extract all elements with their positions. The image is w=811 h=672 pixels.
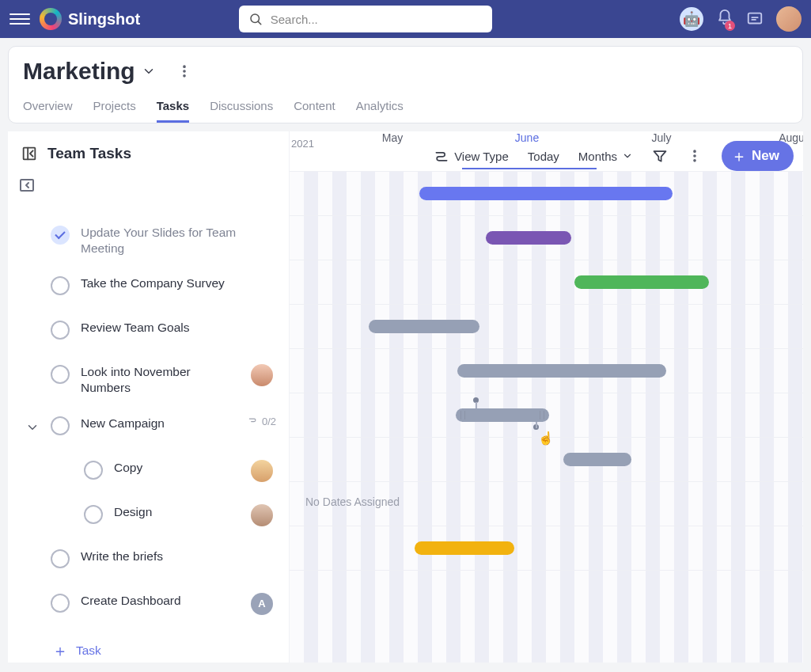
- task-row[interactable]: Update Your Slides for Team Meeting: [8, 215, 289, 266]
- filter-icon[interactable]: [652, 148, 668, 164]
- gantt-bar[interactable]: [415, 541, 514, 555]
- chevron-down-icon[interactable]: [142, 64, 156, 78]
- task-checkbox[interactable]: [84, 505, 103, 524]
- chat-icon[interactable]: [746, 10, 764, 28]
- tab-content[interactable]: Content: [294, 99, 335, 123]
- add-task-button[interactable]: ＋Task: [8, 628, 289, 663]
- task-checkbox[interactable]: [51, 416, 70, 435]
- view-type-button[interactable]: View Type: [434, 148, 509, 164]
- tab-overview[interactable]: Overview: [23, 99, 73, 123]
- task-label: Write the briefs: [81, 549, 276, 564]
- gantt-inner[interactable]: 2021MayJuneJulyAugust☝No Dates Assigned: [290, 131, 803, 663]
- bot-avatar-icon[interactable]: 🤖: [680, 7, 703, 31]
- today-button[interactable]: Today: [528, 150, 559, 163]
- plus-icon: ＋: [52, 640, 68, 662]
- user-avatar[interactable]: [776, 6, 802, 32]
- search-box[interactable]: [239, 6, 492, 32]
- pane-toolbar-left: Team Tasks: [8, 131, 289, 176]
- gantt-row-sep: [290, 260, 803, 260]
- back-icon[interactable]: [21, 145, 38, 162]
- workspace-tabs: OverviewProjectsTasksDiscussionsContentA…: [23, 99, 788, 123]
- chevron-down-icon: [622, 150, 633, 161]
- gantt-row-sep: [290, 348, 803, 349]
- gantt-bar[interactable]: [369, 320, 479, 333]
- search-icon: [248, 12, 263, 26]
- gantt-chart: 2021MayJuneJulyAugust☝No Dates Assigned: [289, 131, 803, 663]
- more-icon[interactable]: [176, 63, 192, 79]
- task-checkbox[interactable]: [51, 365, 70, 384]
- view-type-label: View Type: [454, 150, 509, 163]
- topbar-right: 🤖 1: [680, 6, 802, 32]
- gantt-month[interactable]: May: [369, 131, 416, 144]
- gantt-year: 2021: [291, 138, 314, 150]
- dependency-line: [476, 402, 477, 408]
- no-dates-label: No Dates Assigned: [305, 495, 400, 508]
- task-checkbox[interactable]: [51, 276, 70, 295]
- tab-projects[interactable]: Projects: [93, 99, 136, 123]
- task-row[interactable]: New Campaign0/2: [8, 406, 289, 450]
- assignee-avatar[interactable]: [251, 364, 273, 386]
- task-checkbox[interactable]: [51, 549, 70, 568]
- task-sidebar: Team Tasks Update Your Slides for Team M…: [8, 131, 289, 663]
- assignee-avatar[interactable]: A: [251, 593, 273, 615]
- dependency-line: [536, 422, 537, 428]
- subtask-count: 0/2: [248, 416, 276, 427]
- task-label: Copy: [114, 460, 240, 476]
- timescale-button[interactable]: Months: [578, 150, 633, 163]
- task-label: New Campaign: [81, 416, 237, 431]
- tab-tasks[interactable]: Tasks: [157, 99, 189, 123]
- body: Team Tasks Update Your Slides for Team M…: [8, 131, 803, 663]
- gantt-bar[interactable]: [486, 231, 571, 245]
- tab-analytics[interactable]: Analytics: [356, 99, 404, 123]
- task-checkbox[interactable]: [51, 321, 70, 340]
- task-checkbox[interactable]: [51, 226, 70, 245]
- task-label: Design: [114, 504, 240, 520]
- collapse-sidebar-icon[interactable]: [17, 176, 36, 195]
- task-checkbox[interactable]: [84, 461, 103, 480]
- pane-toolbar-right: View Type Today Months ＋ New: [434, 141, 794, 171]
- svg-point-3: [184, 66, 185, 67]
- gantt-row-sep: [290, 215, 803, 216]
- tab-discussions[interactable]: Discussions: [210, 99, 273, 123]
- app-logo[interactable]: Slingshot: [40, 8, 140, 30]
- task-checkbox[interactable]: [51, 594, 70, 613]
- task-row[interactable]: Write the briefs: [8, 539, 289, 583]
- gantt-bar[interactable]: [574, 275, 709, 289]
- task-row[interactable]: Take the Company Survey: [8, 266, 289, 310]
- task-label: Take the Company Survey: [81, 275, 276, 291]
- svg-point-4: [184, 70, 185, 72]
- svg-point-12: [694, 160, 695, 161]
- task-row[interactable]: Copy: [8, 450, 289, 495]
- workspace-header: Marketing OverviewProjectsTasksDiscussio…: [8, 46, 803, 123]
- assignee-avatar[interactable]: [251, 460, 273, 482]
- cursor-icon: ☝: [538, 431, 554, 446]
- gantt-row-sep: [290, 526, 803, 526]
- add-task-label: Task: [76, 644, 101, 658]
- notifications-button[interactable]: 1: [716, 9, 733, 29]
- task-row[interactable]: Look into November Numbers: [8, 355, 289, 405]
- pane-title: Team Tasks: [47, 145, 131, 162]
- task-label: Review Team Goals: [81, 320, 276, 336]
- task-row[interactable]: Design: [8, 495, 289, 539]
- more-icon[interactable]: [687, 148, 703, 164]
- gantt-bar[interactable]: [563, 453, 631, 466]
- task-row[interactable]: Review Team Goals: [8, 310, 289, 355]
- task-label: Update Your Slides for Team Meeting: [81, 225, 276, 256]
- menu-icon[interactable]: [9, 9, 30, 29]
- gantt-row-sep: [290, 393, 803, 393]
- new-label: New: [752, 148, 779, 164]
- gantt-row-sep: [290, 481, 803, 482]
- logo-icon: [40, 8, 62, 30]
- top-bar: Slingshot 🤖 1: [0, 0, 811, 38]
- assignee-avatar[interactable]: [251, 504, 273, 526]
- workspace-title[interactable]: Marketing: [23, 58, 135, 85]
- search-input[interactable]: [271, 13, 483, 26]
- plus-icon: ＋: [731, 146, 747, 167]
- svg-point-5: [184, 75, 185, 77]
- gantt-bar[interactable]: [456, 408, 549, 422]
- new-button[interactable]: ＋ New: [722, 141, 794, 171]
- chevron-down-icon[interactable]: [25, 420, 40, 435]
- task-row[interactable]: Create DashboardA: [8, 583, 289, 628]
- gantt-bar[interactable]: [457, 364, 666, 378]
- gantt-bar[interactable]: [419, 187, 673, 200]
